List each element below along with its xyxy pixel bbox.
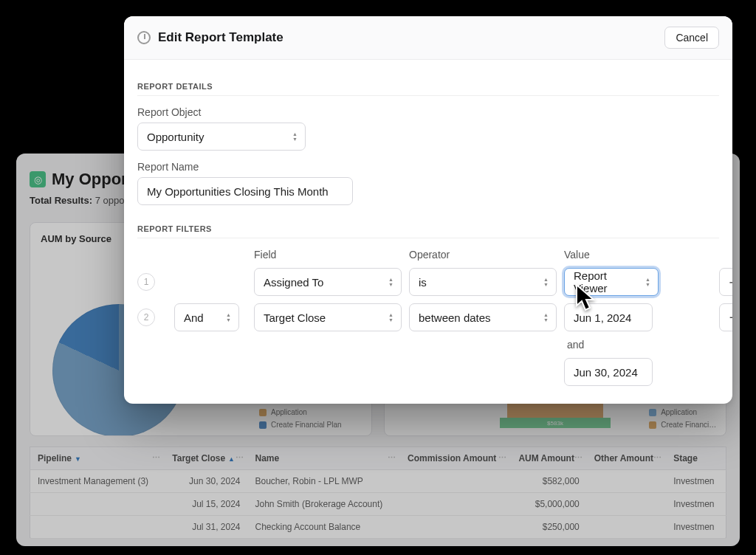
modal-header: Edit Report Template Cancel [124, 16, 732, 60]
conjunction-select[interactable]: And ▲▼ [174, 303, 239, 331]
value-text: Report Viewer [574, 269, 633, 294]
report-name-input[interactable]: My Opportunities Closing This Month [137, 177, 353, 205]
chevron-updown-icon: ▲▼ [543, 312, 549, 323]
section-report-details: REPORT DETAILS [137, 82, 719, 96]
plus-icon: ＋ [726, 273, 732, 291]
chevron-updown-icon: ▲▼ [543, 277, 549, 287]
remove-filter-button[interactable]: − [719, 303, 732, 331]
report-object-select[interactable]: Opportunity ▲▼ [137, 123, 306, 151]
report-name-label: Report Name [137, 161, 719, 173]
report-object-label: Report Object [137, 106, 719, 118]
operator-select[interactable]: between dates ▲▼ [409, 303, 557, 331]
operator-select[interactable]: is ▲▼ [409, 268, 557, 296]
chevron-updown-icon: ▲▼ [292, 131, 298, 142]
chevron-updown-icon: ▲▼ [226, 312, 231, 323]
report-template-icon [137, 31, 151, 44]
section-report-filters: REPORT FILTERS [137, 224, 719, 238]
field-value: Target Close [264, 311, 326, 324]
minus-icon: − [729, 310, 732, 325]
edit-report-template-modal: Edit Report Template Cancel REPORT DETAI… [124, 16, 732, 404]
add-filter-button[interactable]: ＋ [719, 268, 732, 296]
chevron-updown-icon: ▲▼ [645, 277, 650, 287]
filter-row: 1 Assigned To ▲▼ is ▲▼ Report Viewer ▲▼ … [137, 268, 719, 296]
field-value: Assigned To [264, 276, 323, 289]
date-to-value: Jun 30, 2024 [574, 366, 638, 379]
row-number: 1 [137, 273, 155, 291]
value-select[interactable]: Report Viewer ▲▼ [564, 268, 659, 296]
chevron-updown-icon: ▲▼ [388, 312, 394, 323]
conj-value: And [184, 311, 204, 324]
date-from-input[interactable]: Jun 1, 2024 [564, 303, 653, 331]
row-number: 2 [137, 308, 155, 326]
cancel-button[interactable]: Cancel [664, 27, 719, 49]
header-operator: Operator [409, 249, 557, 261]
header-field: Field [254, 249, 402, 261]
date-to-input[interactable]: Jun 30, 2024 [564, 358, 653, 386]
report-object-value: Opportunity [147, 131, 205, 143]
and-label: and [564, 339, 712, 351]
filter-row: 2 And ▲▼ Target Close ▲▼ between dates ▲… [137, 303, 719, 386]
field-select[interactable]: Target Close ▲▼ [254, 303, 402, 331]
chevron-updown-icon: ▲▼ [388, 277, 394, 287]
report-name-value: My Opportunities Closing This Month [147, 185, 329, 198]
header-value: Value [564, 249, 712, 261]
operator-value: is [419, 276, 427, 289]
date-from-value: Jun 1, 2024 [574, 311, 631, 324]
modal-title: Edit Report Template [158, 30, 284, 45]
operator-value: between dates [419, 311, 491, 324]
field-select[interactable]: Assigned To ▲▼ [254, 268, 402, 296]
